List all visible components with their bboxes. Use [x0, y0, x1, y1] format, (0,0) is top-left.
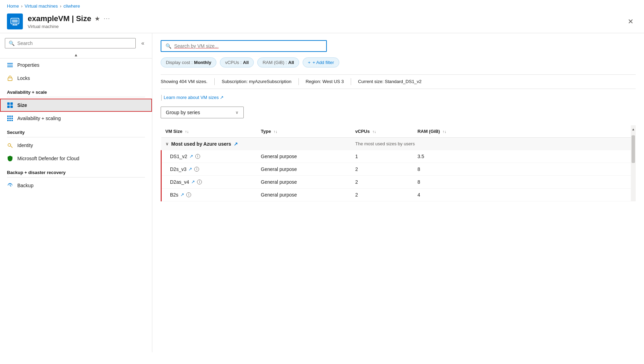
svg-rect-17 [9, 118, 11, 119]
vm-icon [10, 17, 20, 26]
vm-search-icon: 🔍 [166, 43, 171, 49]
sidebar-nav-item-size[interactable]: Size [0, 99, 152, 112]
sidebar-item-label-properties: Properties [17, 62, 39, 68]
lock-icon [7, 75, 13, 81]
page-title: exampleVM | Size ★ ··· [28, 14, 619, 23]
row-vm-name-1: DS1_v2 [170, 154, 187, 159]
breadcrumb-current[interactable]: cliwhere [63, 3, 80, 9]
sort-ram-icon: ↑↓ [442, 129, 446, 134]
backup-icon [7, 182, 13, 189]
sort-type-icon: ↑↓ [274, 129, 277, 134]
svg-rect-1 [12, 19, 18, 22]
ram-filter[interactable]: RAM (GiB) : All [257, 57, 299, 67]
sidebar-item-label-size: Size [17, 102, 27, 108]
row-type-3: General purpose [257, 175, 351, 188]
sidebar-nav-item-properties[interactable]: Properties [0, 58, 152, 72]
sidebar-nav-item-avail-scaling[interactable]: Availability + scaling [0, 112, 152, 125]
table-scroll-container: VM Size ↑↓ Type ↑↓ vCPUs ↑↓ [161, 125, 636, 201]
row-ram-3: 8 [413, 175, 631, 188]
sidebar-search-input[interactable] [17, 40, 132, 46]
sidebar-item-label-defender: Microsoft Defender for Cloud [17, 156, 79, 161]
info-icon-1[interactable]: i [195, 154, 200, 159]
group-trend-icon: ↗ [234, 141, 238, 147]
row-vm-name-4: B2s [170, 192, 178, 198]
svg-rect-8 [8, 78, 12, 81]
col-vm-size-label: VM Size [166, 129, 182, 134]
vertical-bar: | [161, 94, 162, 101]
col-header-vcpus[interactable]: vCPUs ↑↓ [351, 125, 413, 138]
search-icon: 🔍 [9, 40, 15, 46]
col-header-vm-size[interactable]: VM Size ↑↓ [161, 125, 257, 138]
close-button[interactable]: ✕ [624, 16, 637, 27]
scroll-up-button[interactable]: ▲ [74, 53, 78, 57]
svg-rect-14 [9, 116, 11, 117]
group-dropdown[interactable]: Group by series ∨ [161, 107, 244, 118]
row-ram-4: 4 [413, 188, 631, 201]
table-row[interactable]: D2as_v4 ↗ i General purpose 2 8 [161, 175, 631, 188]
group-label: Most used by Azure users [171, 141, 231, 147]
group-note: The most used sizes by users [355, 141, 415, 146]
info-icon-3[interactable]: i [197, 180, 202, 184]
table-row[interactable]: DS1_v2 ↗ i General purpose 1 3.5 [161, 150, 631, 163]
sidebar-nav-item-backup[interactable]: Backup [0, 179, 152, 192]
breadcrumb: Home › Virtual machines › cliwhere [0, 0, 644, 10]
info-item-subscription: Subscription: myAzureSubscription [215, 78, 299, 85]
svg-rect-21 [11, 120, 13, 121]
display-cost-filter[interactable]: Display cost : Monthly [161, 57, 216, 67]
table-row[interactable]: D2s_v3 ↗ i General purpose 2 8 [161, 163, 631, 175]
svg-rect-10 [10, 102, 13, 105]
right-scrollbar[interactable]: ▲ [631, 125, 636, 201]
info-icon-4[interactable]: i [186, 192, 191, 197]
bars-icon [7, 62, 13, 68]
favorite-button[interactable]: ★ [95, 15, 100, 22]
breadcrumb-vms[interactable]: Virtual machines [25, 3, 58, 9]
row-type-2: General purpose [257, 163, 351, 175]
learn-more-link[interactable]: Learn more about VM sizes ↗ [164, 95, 224, 100]
section-title-backup: Backup + disaster recovery [0, 165, 152, 177]
col-header-type[interactable]: Type ↑↓ [257, 125, 351, 138]
page-header: exampleVM | Size ★ ··· Virtual machine ✕ [0, 10, 644, 33]
group-selector: Group by series ∨ [161, 107, 636, 118]
info-icon-2[interactable]: i [194, 167, 199, 172]
sidebar-nav-item-locks[interactable]: Locks [0, 72, 152, 85]
svg-rect-11 [7, 106, 10, 108]
row-vm-name-2: D2s_v3 [170, 166, 186, 172]
sidebar-item-label-identity: Identity [17, 143, 33, 148]
group-row-most-used[interactable]: ∨ Most used by Azure users ↗ The most us… [161, 137, 631, 150]
svg-rect-7 [7, 66, 13, 67]
shield-icon [7, 155, 13, 162]
info-bar: Showing 404 VM sizes. Subscription: myAz… [161, 74, 636, 89]
filters-bar: Display cost : Monthly vCPUs : All RAM (… [161, 57, 636, 67]
scroll-up-table-button[interactable]: ▲ [631, 127, 636, 132]
table-row[interactable]: B2s ↗ i General purpose 2 4 [161, 188, 631, 201]
sidebar-search-box[interactable]: 🔍 [5, 38, 136, 48]
vcpus-label: vCPUs : [225, 60, 242, 65]
display-cost-label: Display cost : [166, 60, 193, 65]
sidebar-nav-item-defender[interactable]: Microsoft Defender for Cloud [0, 152, 152, 165]
breadcrumb-home[interactable]: Home [7, 3, 19, 9]
sort-vm-size-icon: ↑↓ [185, 129, 189, 134]
vm-search-input[interactable] [174, 43, 322, 49]
sidebar-item-label-locks: Locks [17, 75, 30, 81]
sidebar-nav-item-identity[interactable]: Identity [0, 139, 152, 152]
col-header-ram[interactable]: RAM (GiB) ↑↓ [413, 125, 631, 138]
more-options-button[interactable]: ··· [104, 16, 110, 22]
table-area: VM Size ↑↓ Type ↑↓ vCPUs ↑↓ [161, 125, 631, 201]
svg-rect-18 [11, 118, 13, 119]
svg-line-23 [10, 146, 12, 148]
key-icon [7, 142, 13, 148]
sidebar: 🔍 « ▲ Properties Locks Availability + sc… [0, 33, 152, 352]
info-item-current-size: Current size: Standard_DS1_v2 [351, 78, 429, 85]
ram-label: RAM (GiB) : [262, 60, 287, 65]
col-ram-label: RAM (GiB) [418, 129, 440, 134]
info-item-count: Showing 404 VM sizes. [161, 78, 215, 85]
add-filter-button[interactable]: + + Add filter [303, 57, 339, 67]
sidebar-item-label-avail-scaling: Availability + scaling [17, 116, 61, 121]
sidebar-collapse-button[interactable]: « [138, 39, 147, 48]
page-subtitle: Virtual machine [28, 24, 619, 29]
group-collapse-icon[interactable]: ∨ [166, 142, 169, 146]
size-icon [7, 102, 13, 108]
vcpus-filter[interactable]: vCPUs : All [220, 57, 254, 67]
vm-search-container[interactable]: 🔍 [161, 40, 327, 52]
row-ram-1: 3.5 [413, 150, 631, 163]
